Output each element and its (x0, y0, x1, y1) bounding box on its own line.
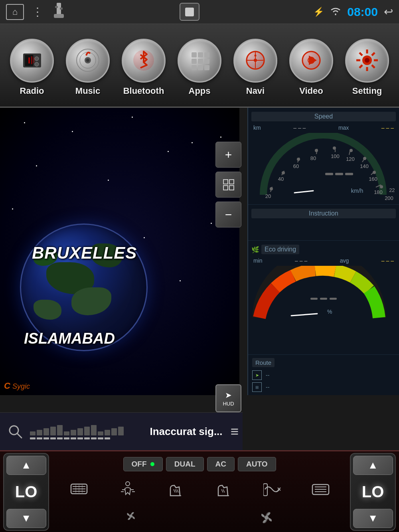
speed-section: Speed km – – – max – – – 20 40 60 (248, 108, 399, 205)
navi-label: Navi (246, 86, 265, 96)
setting-icon-circle (345, 39, 389, 83)
max-label: max (338, 125, 349, 131)
leaf-icon: 🌿 (251, 246, 259, 253)
svg-rect-3 (60, 8, 63, 10)
nav-bluetooth[interactable]: Bluetooth (116, 39, 172, 96)
off-button[interactable]: OFF (123, 457, 163, 471)
svg-text:200: 200 (385, 195, 393, 201)
time-display: 08:00 (347, 5, 378, 19)
svg-point-37 (365, 58, 369, 63)
grid-button[interactable] (215, 172, 241, 198)
vent-button[interactable] (312, 481, 330, 500)
right-temp-down-button[interactable]: ▼ (353, 509, 393, 528)
auto-button[interactable]: AUTO (238, 457, 276, 471)
hud-label: HUD (223, 401, 234, 407)
hud-arrow-icon: ➤ (225, 390, 232, 400)
search-button[interactable] (4, 421, 26, 443)
svg-point-7 (35, 57, 39, 61)
svg-rect-23 (192, 65, 197, 70)
rear-defrost-button[interactable] (69, 479, 89, 501)
signal-text: Inaccurat sig... (150, 425, 222, 438)
svg-rect-47 (229, 180, 234, 184)
nav-radio[interactable]: Radio (4, 39, 60, 96)
vent-icon (312, 481, 330, 498)
fan-left-icon (124, 509, 138, 523)
ac-mode-button[interactable] (263, 481, 281, 500)
zoom-in-button[interactable]: + (215, 142, 241, 168)
svg-text:160: 160 (369, 176, 377, 182)
stop-icon (185, 8, 194, 16)
airflow-button[interactable] (119, 481, 137, 500)
eco-gauge: % (251, 266, 387, 322)
svg-rect-46 (223, 180, 228, 184)
menu-button[interactable]: ≡ (231, 423, 239, 439)
svg-rect-11 (33, 57, 34, 63)
svg-point-77 (297, 158, 300, 161)
svg-text:km/h: km/h (351, 188, 363, 194)
svg-point-80 (350, 149, 353, 152)
ac-button[interactable]: AC (207, 457, 235, 471)
eco-title: Eco driving (261, 245, 299, 254)
svg-rect-48 (223, 186, 228, 190)
music-label: Music (75, 86, 100, 96)
stop-button[interactable] (180, 3, 200, 21)
svg-rect-21 (198, 59, 203, 64)
nav-video[interactable]: Video (283, 39, 339, 96)
svg-line-102 (221, 489, 223, 492)
svg-rect-17 (192, 52, 197, 57)
svg-rect-1 (54, 14, 64, 18)
back-button[interactable]: ↩ (384, 5, 393, 18)
fan-high-icon (258, 509, 275, 528)
route-title: Route (252, 358, 275, 367)
hud-button[interactable]: ➤ HUD (215, 384, 241, 412)
svg-text:40: 40 (278, 176, 284, 182)
left-temp-down-button[interactable]: ▼ (6, 509, 46, 528)
nav-navi[interactable]: Navi (227, 39, 283, 96)
svg-text:100: 100 (331, 153, 340, 159)
globe: BRUXELLES ISLAMABAD (20, 223, 160, 363)
left-temp-up-button[interactable]: ▲ (6, 456, 46, 475)
km-label: km (253, 125, 261, 131)
zoom-out-button[interactable]: − (215, 202, 241, 227)
route-item-2: ⊞ -- (252, 382, 395, 392)
svg-rect-18 (198, 52, 203, 57)
seat-heat-driver-button[interactable] (167, 481, 185, 500)
instruction-title: Instruction (251, 209, 396, 218)
route-info-icon: ⊞ (252, 382, 262, 392)
svg-line-44 (372, 53, 375, 55)
seat-heat-passenger-button[interactable] (215, 481, 233, 500)
svg-rect-106 (263, 484, 267, 496)
right-temp-up-button[interactable]: ▲ (353, 456, 393, 475)
sygic-logo: C Sygic (4, 381, 30, 391)
svg-rect-49 (229, 186, 234, 190)
svg-line-101 (177, 489, 178, 492)
svg-line-70 (294, 191, 313, 193)
svg-rect-87 (330, 298, 337, 300)
nav-apps[interactable]: Apps (172, 39, 227, 96)
route-item-1: ➤ -- (252, 370, 395, 380)
svg-line-100 (175, 489, 177, 492)
dual-button[interactable]: DUAL (166, 457, 204, 471)
svg-line-99 (174, 489, 175, 492)
right-temp-control: ▲ LO ▼ (350, 453, 396, 531)
map-area: BRUXELLES ISLAMABAD C Sygic (0, 108, 239, 395)
right-temp-display: LO (362, 483, 384, 501)
home-button[interactable]: ⌂ (6, 4, 24, 20)
nav-setting[interactable]: Setting (339, 39, 395, 96)
airflow-icon (119, 481, 137, 498)
svg-text:80: 80 (310, 155, 316, 161)
svg-point-8 (35, 62, 39, 66)
navi-icon-circle (233, 39, 277, 83)
svg-rect-22 (204, 59, 209, 64)
svg-point-111 (129, 514, 132, 518)
svg-line-84 (291, 314, 317, 316)
speed-title: Speed (251, 112, 396, 121)
svg-point-98 (126, 482, 130, 486)
city-islamabad: ISLAMABAD (24, 330, 115, 347)
svg-rect-25 (204, 65, 209, 70)
setting-label: Setting (352, 86, 382, 96)
fan-low-icon (124, 509, 138, 528)
nav-music[interactable]: Music (60, 39, 116, 96)
dots-menu-button[interactable]: ⋮ (32, 5, 44, 18)
status-right: ⚡ 08:00 ↩ (313, 5, 393, 19)
